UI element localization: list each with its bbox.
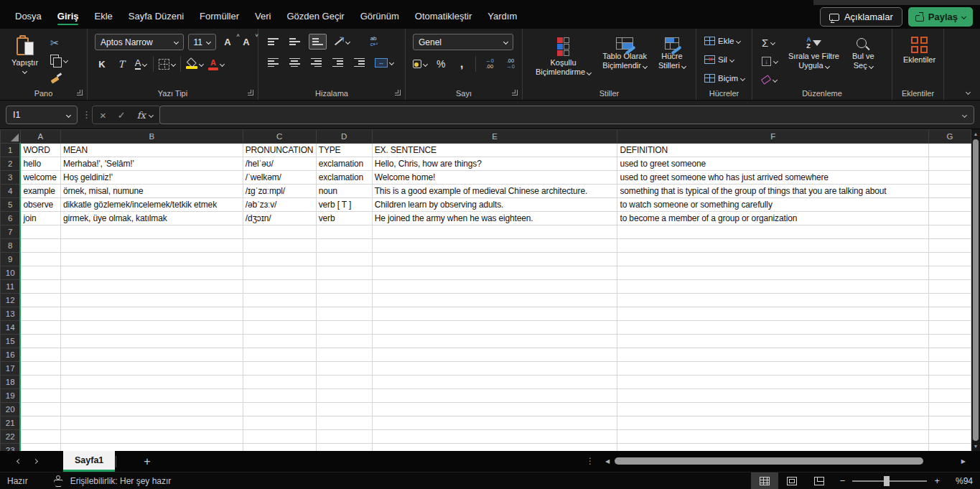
cell-F18[interactable]: [617, 376, 929, 389]
font-name-select[interactable]: Aptos Narrow: [95, 34, 184, 50]
cell-G15[interactable]: [929, 335, 971, 348]
row-header-5[interactable]: 5: [1, 198, 21, 212]
cell-A18[interactable]: [20, 376, 60, 389]
tab-otomatiklestir[interactable]: Otomatikleştir: [409, 9, 478, 27]
cell-G6[interactable]: [929, 212, 971, 225]
cell-A6[interactable]: join: [20, 212, 60, 225]
cell-A9[interactable]: [20, 253, 60, 266]
format-painter-button[interactable]: [48, 71, 70, 85]
increase-decimal-button[interactable]: ←0.00: [482, 56, 497, 72]
sheet-tab-sayfa1[interactable]: Sayfa1: [63, 451, 115, 472]
zoom-in-button[interactable]: +: [927, 475, 947, 486]
cell-D12[interactable]: [316, 294, 372, 307]
row-header-1[interactable]: 1: [1, 144, 21, 157]
row-header-12[interactable]: 12: [1, 294, 21, 307]
cell-D9[interactable]: [316, 253, 372, 266]
align-left-button[interactable]: [266, 55, 280, 70]
cell-E23[interactable]: [372, 444, 617, 452]
font-color-button[interactable]: A: [208, 56, 224, 72]
cell-D15[interactable]: [316, 335, 372, 348]
cell-E18[interactable]: [372, 376, 617, 389]
accessibility-status[interactable]: Erişilebilirlik: Her şey hazır: [70, 476, 172, 486]
add-sheet-button[interactable]: +: [138, 455, 156, 468]
cell-B6[interactable]: girmek, üye olmak, katılmak: [60, 212, 243, 225]
cell-E1[interactable]: EX. SENTENCE: [372, 144, 617, 157]
cell-B5[interactable]: dikkatle gözlemek/incelemek/tetkik etmek: [60, 198, 243, 212]
cell-C3[interactable]: /ˈwelkəm/: [243, 171, 316, 185]
cell-F3[interactable]: used to greet someone who has just arriv…: [617, 171, 929, 185]
cell-E12[interactable]: [372, 294, 617, 307]
cell-B21[interactable]: [60, 416, 243, 430]
cell-G21[interactable]: [929, 416, 971, 430]
zoom-level[interactable]: %94: [947, 476, 973, 486]
cell-B9[interactable]: [60, 253, 243, 266]
previous-sheet-button[interactable]: [17, 459, 22, 464]
cell-A15[interactable]: [20, 335, 60, 348]
cell-C10[interactable]: [243, 266, 316, 280]
fill-button[interactable]: ↓: [760, 54, 780, 68]
cell-E7[interactable]: [372, 225, 617, 239]
name-box-resize-handle[interactable]: ⋮: [82, 109, 91, 120]
alignment-dialog-launcher[interactable]: [395, 90, 401, 96]
cell-E10[interactable]: [372, 266, 617, 280]
cell-D6[interactable]: verb: [316, 212, 372, 225]
cell-A1[interactable]: WORD: [20, 144, 60, 157]
format-cells-button[interactable]: Biçim: [702, 71, 747, 85]
cell-A10[interactable]: [20, 266, 60, 280]
row-header-11[interactable]: 11: [1, 280, 21, 294]
cell-A13[interactable]: [20, 307, 60, 321]
cell-G10[interactable]: [929, 266, 971, 280]
column-header-E[interactable]: E: [372, 130, 617, 144]
scrollbar-resize-handle[interactable]: ⋮: [586, 456, 594, 466]
row-header-4[interactable]: 4: [1, 185, 21, 198]
cell-C12[interactable]: [243, 294, 316, 307]
decrease-indent-button[interactable]: [330, 55, 345, 70]
cell-E2[interactable]: Hello, Chris, how are things?: [372, 157, 617, 171]
clear-button[interactable]: [760, 73, 780, 87]
cell-G23[interactable]: [929, 444, 971, 452]
decrease-decimal-button[interactable]: .00→0: [503, 56, 518, 72]
cell-C17[interactable]: [243, 362, 316, 376]
comma-button[interactable]: ,: [454, 56, 469, 72]
font-dialog-launcher[interactable]: [248, 90, 253, 96]
cell-F14[interactable]: [617, 321, 929, 335]
cell-E3[interactable]: Welcome home!: [372, 171, 617, 185]
row-header-15[interactable]: 15: [1, 335, 21, 348]
borders-button[interactable]: [159, 56, 175, 72]
cell-F17[interactable]: [617, 362, 929, 376]
cell-D13[interactable]: [316, 307, 372, 321]
cell-D11[interactable]: [316, 280, 372, 294]
cell-C13[interactable]: [243, 307, 316, 321]
cell-G5[interactable]: [929, 198, 971, 212]
cell-B17[interactable]: [60, 362, 243, 376]
cell-C8[interactable]: [243, 239, 316, 253]
row-header-9[interactable]: 9: [1, 253, 21, 266]
cell-A8[interactable]: [20, 239, 60, 253]
cell-G14[interactable]: [929, 321, 971, 335]
collapse-ribbon-button[interactable]: [966, 90, 971, 95]
cell-F20[interactable]: [617, 403, 929, 416]
cell-G20[interactable]: [929, 403, 971, 416]
wrap-text-button[interactable]: abc↩: [367, 34, 381, 50]
fill-color-button[interactable]: [186, 56, 203, 72]
delete-cells-button[interactable]: Sil: [702, 52, 747, 67]
cell-C7[interactable]: [243, 225, 316, 239]
cell-A4[interactable]: example: [20, 185, 60, 198]
cell-B14[interactable]: [60, 321, 243, 335]
horizontal-scrollbar[interactable]: ◀ ▶: [603, 457, 968, 465]
row-header-18[interactable]: 18: [1, 376, 21, 389]
cell-A21[interactable]: [20, 416, 60, 430]
cell-A23[interactable]: [20, 444, 60, 452]
cell-E13[interactable]: [372, 307, 617, 321]
cell-E11[interactable]: [372, 280, 617, 294]
vertical-scrollbar[interactable]: ▲ ▼: [971, 129, 980, 451]
cell-E21[interactable]: [372, 416, 617, 430]
cell-C16[interactable]: [243, 348, 316, 362]
cell-E6[interactable]: He joined the army when he was eighteen.: [372, 212, 617, 225]
cell-D23[interactable]: [316, 444, 372, 452]
cell-F6[interactable]: to become a member of a group or organiz…: [617, 212, 929, 225]
cell-G16[interactable]: [929, 348, 971, 362]
comments-button[interactable]: Açıklamalar: [820, 7, 902, 27]
cell-D8[interactable]: [316, 239, 372, 253]
cell-B16[interactable]: [60, 348, 243, 362]
